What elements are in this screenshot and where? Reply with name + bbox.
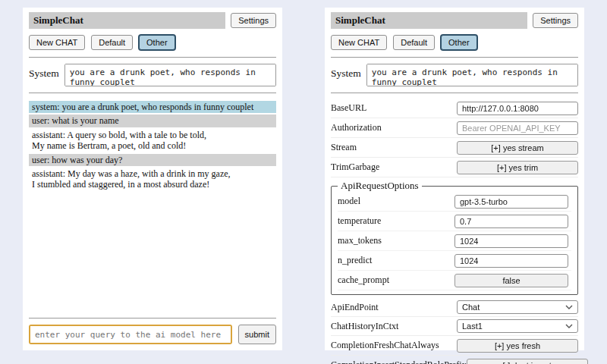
- setting-label: temperature: [338, 215, 381, 227]
- setting-label: n_predict: [338, 255, 372, 266]
- chat-message-list: system: you are a drunk poet, who respon…: [29, 101, 276, 312]
- system-prompt-label: System: [331, 64, 361, 80]
- system-prompt-label: System: [29, 64, 59, 80]
- setting-row-stream: Stream [+] yes stream: [331, 138, 578, 158]
- setting-label: CompletionInsertStandardRolePrefix: [331, 359, 467, 364]
- session-button-default[interactable]: Default: [91, 35, 133, 50]
- header: SimpleChat Settings: [331, 12, 578, 29]
- cache-prompt-toggle-button[interactable]: false: [454, 274, 568, 287]
- setting-row-n-predict: n_predict: [338, 251, 571, 271]
- setting-row-apiendpoint: ApiEndPoint Chat: [331, 298, 578, 317]
- chat-message-system: system: you are a drunk poet, who respon…: [29, 101, 276, 113]
- setting-label: ApiEndPoint: [331, 302, 379, 313]
- settings-button[interactable]: Settings: [231, 13, 276, 28]
- session-buttons: New CHAT Default Other: [29, 35, 276, 50]
- query-input[interactable]: [29, 325, 232, 344]
- chat-message-assistant: assistant: My day was a haze, with a dri…: [29, 168, 276, 191]
- api-endpoint-selected-value: Chat: [462, 303, 480, 312]
- divider: [29, 57, 276, 58]
- settings-list: BaseURL Authorization Stream [+] yes str…: [331, 99, 578, 364]
- max-tokens-input[interactable]: [454, 234, 568, 248]
- temperature-input[interactable]: [454, 215, 568, 228]
- chat-panel: SimpleChat Settings New CHAT Default Oth…: [23, 8, 282, 350]
- authorization-input[interactable]: [457, 121, 578, 135]
- setting-row-trimgarbage: TrimGarbage [+] yes trim: [331, 158, 578, 177]
- setting-label: TrimGarbage: [331, 162, 379, 173]
- header: SimpleChat Settings: [29, 12, 276, 29]
- settings-button[interactable]: Settings: [533, 13, 578, 28]
- system-prompt-row: System you are a drunk poet, who respond…: [29, 64, 276, 86]
- setting-row-temperature: temperature: [338, 212, 571, 231]
- api-endpoint-select[interactable]: Chat: [457, 300, 578, 314]
- query-row: submit: [29, 325, 276, 344]
- setting-row-cache-prompt: cache_prompt false: [338, 271, 571, 290]
- settings-panel: SimpleChat Settings New CHAT Default Oth…: [325, 8, 584, 350]
- api-request-options-legend: ApiRequestOptions: [338, 180, 422, 192]
- session-buttons: New CHAT Default Other: [331, 35, 578, 50]
- chevron-down-icon: [565, 305, 573, 309]
- divider: [29, 318, 276, 318]
- session-button-new-chat[interactable]: New CHAT: [29, 35, 85, 50]
- app-title: SimpleChat: [29, 12, 225, 29]
- divider: [331, 57, 578, 58]
- system-prompt-row: System you are a drunk poet, who respond…: [331, 64, 578, 86]
- setting-row-model: model: [338, 192, 571, 212]
- submit-button[interactable]: submit: [238, 325, 276, 344]
- divider: [29, 93, 276, 93]
- setting-label: BaseURL: [331, 102, 366, 114]
- chat-history-in-ctxt-select[interactable]: Last1: [457, 319, 578, 333]
- setting-label: cache_prompt: [338, 275, 389, 286]
- app-title: SimpleChat: [331, 12, 527, 29]
- divider: [331, 93, 578, 93]
- session-button-other[interactable]: Other: [139, 35, 175, 50]
- setting-label: max_tokens: [338, 235, 382, 246]
- chat-message-user: user: what is your name: [29, 115, 276, 127]
- setting-row-authorization: Authorization: [331, 118, 578, 138]
- setting-row-completioninsertstandardroleprefix: CompletionInsertStandardRolePrefix [-] d…: [331, 356, 578, 364]
- setting-label: model: [338, 196, 360, 207]
- setting-row-completionfreshchatalways: CompletionFreshChatAlways [+] yes fresh: [331, 336, 578, 356]
- api-request-options-fieldset: ApiRequestOptions model temperature max_…: [331, 180, 578, 295]
- session-button-new-chat[interactable]: New CHAT: [331, 35, 387, 50]
- setting-label: Authorization: [331, 122, 382, 133]
- chat-message-assistant: assistant: A query so bold, with a tale …: [29, 129, 276, 152]
- setting-label: CompletionFreshChatAlways: [331, 340, 439, 351]
- session-button-default[interactable]: Default: [393, 35, 435, 50]
- setting-row-baseurl: BaseURL: [331, 99, 578, 118]
- completion-insert-toggle-button[interactable]: [-] dont insert: [467, 359, 588, 364]
- setting-label: Stream: [331, 142, 357, 153]
- stream-toggle-button[interactable]: [+] yes stream: [457, 141, 578, 155]
- completion-fresh-toggle-button[interactable]: [+] yes fresh: [457, 339, 578, 353]
- n-predict-input[interactable]: [454, 254, 568, 268]
- session-button-other[interactable]: Other: [441, 35, 477, 50]
- system-prompt-input[interactable]: you are a drunk poet, who responds in fu…: [366, 64, 578, 86]
- chat-history-selected-value: Last1: [462, 322, 483, 331]
- chevron-down-icon: [565, 324, 573, 328]
- system-prompt-input[interactable]: you are a drunk poet, who responds in fu…: [64, 64, 276, 86]
- setting-row-chathistoryinctxt: ChatHistoryInCtxt Last1: [331, 317, 578, 336]
- setting-label: ChatHistoryInCtxt: [331, 321, 398, 332]
- model-input[interactable]: [454, 195, 568, 209]
- baseurl-input[interactable]: [457, 102, 578, 115]
- chat-message-user: user: how was your day?: [29, 154, 276, 166]
- trimgarbage-toggle-button[interactable]: [+] yes trim: [457, 161, 578, 174]
- setting-row-max-tokens: max_tokens: [338, 231, 571, 251]
